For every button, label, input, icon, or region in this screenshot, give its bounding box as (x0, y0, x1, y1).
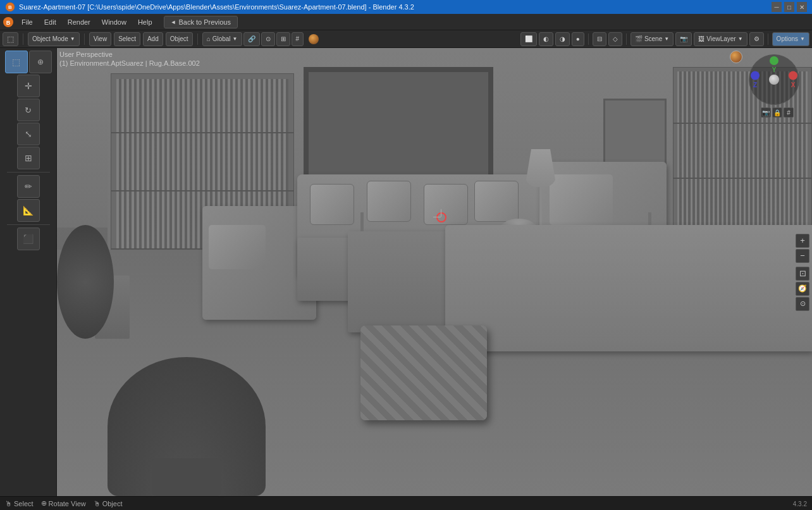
wire-shading-icon: ⬜ (525, 35, 532, 42)
sofa-large-right (445, 225, 812, 351)
overlays-icon: ⊟ (597, 35, 602, 42)
fly-navigate-button[interactable]: 🧭 (796, 282, 809, 296)
viewport-shading-3[interactable]: ◑ (555, 32, 570, 46)
rotate-tool[interactable]: ↻ (17, 99, 40, 121)
back-to-previous-button[interactable]: ◄ Back to Previous (164, 16, 238, 28)
version-area: 4.3.2 (793, 500, 807, 507)
3d-cursor (436, 212, 446, 222)
plant-pot (152, 458, 221, 496)
status-rotate: ⊕ Rotate View (41, 499, 86, 507)
object-label: Object (170, 35, 188, 42)
menu-file[interactable]: File (16, 17, 38, 27)
middle-mouse-icon: ⊕ (41, 499, 47, 507)
gizmo-camera-button[interactable]: 📷 (761, 107, 771, 118)
title-text: Suarez-Apartment-07 [C:\Users\spide\OneD… (19, 3, 414, 11)
viewport-shading-2[interactable]: ◐ (539, 32, 553, 46)
global-label: Global (212, 35, 231, 42)
transform-icon-btn: ⊞ (25, 153, 32, 163)
header-right-group: ⬜ ◐ ◑ ● ⊟ ◇ 🎬 Scene ▼ 📷 🖼 ViewLayer (520, 32, 809, 46)
proportional-editing-button[interactable]: ⊙ (261, 32, 275, 46)
minimize-button[interactable]: ─ (772, 2, 782, 12)
viewlayer-settings-icon-btn[interactable]: ⚙ (749, 32, 764, 46)
scene-dropdown[interactable]: 🎬 Scene ▼ (631, 32, 674, 46)
gizmo-grid-button[interactable]: # (784, 107, 794, 118)
select-box-tool[interactable]: ⬚ (5, 51, 28, 73)
global-chevron-icon: ▼ (233, 36, 238, 42)
editor-type-button[interactable]: ⬚ (3, 32, 18, 46)
navigation-gizmo[interactable]: X Y Z 📷 (749, 54, 806, 111)
scale-tool[interactable]: ⤡ (17, 123, 40, 145)
viewlayer-name-label: ViewLayer (706, 35, 736, 42)
cursor-tool[interactable]: ⊕ (29, 51, 52, 73)
overlays-button[interactable]: ⊟ (593, 32, 606, 46)
menu-help[interactable]: Help (133, 17, 157, 27)
add-cube-icon: ⬛ (23, 234, 34, 244)
viewlayer-dropdown[interactable]: 🖼 ViewLayer ▼ (694, 32, 747, 46)
menu-render[interactable]: Render (63, 17, 95, 27)
status-select-label: Select (14, 500, 34, 507)
separator-1 (23, 33, 23, 45)
xray-icon: ◇ (613, 35, 618, 42)
scene-name-label: Scene (644, 35, 662, 42)
measure-tool[interactable]: 📐 (17, 199, 40, 222)
cursor-icon-btn: ⊕ (37, 58, 44, 66)
scene-icon: 🎬 (635, 35, 643, 42)
status-object: 🖱 Object (94, 500, 123, 507)
shelf-row-2 (111, 190, 293, 191)
xray-button[interactable]: ◇ (608, 32, 622, 46)
measure-icon: 📐 (23, 205, 34, 216)
rotate-icon: ↻ (25, 106, 32, 115)
render-preview-button[interactable]: ⊙ (796, 297, 809, 311)
menu-bar: B File Edit Render Window Help ◄ Back to… (0, 14, 812, 30)
gizmo-circle: X Y Z (749, 54, 799, 105)
svg-text:B: B (6, 20, 11, 26)
zoom-in-button[interactable]: + (796, 234, 809, 248)
add-cube-tool[interactable]: ⬛ (17, 228, 40, 250)
viewport-shading-1[interactable]: ⬜ (520, 32, 537, 46)
scene-chevron-icon: ▼ (664, 36, 669, 42)
grid-button[interactable]: # (292, 32, 304, 46)
app-icon: B (3, 16, 14, 28)
object-menu-button[interactable]: Object (166, 32, 193, 46)
zoom-out-button[interactable]: − (796, 249, 809, 263)
menu-edit[interactable]: Edit (39, 17, 61, 27)
viewport-shading-4[interactable]: ● (572, 32, 584, 46)
lamp-shade (525, 149, 557, 187)
window-controls: ─ □ ✕ (772, 2, 807, 12)
view-toggle-button[interactable]: ⊞ (276, 32, 290, 46)
gizmo-z-axis: Z (751, 71, 760, 88)
annotate-tool[interactable]: ✏ (17, 175, 40, 198)
editor-type-icon: ⬚ (7, 35, 14, 44)
view-all-button[interactable]: ⊡ (796, 267, 809, 281)
gizmo-lock-button[interactable]: 🔒 (772, 107, 782, 118)
transform-orientations-button[interactable]: ⌂ Global ▼ (202, 32, 242, 46)
close-button[interactable]: ✕ (797, 2, 807, 12)
view-menu-button[interactable]: View (89, 32, 112, 46)
options-label: Options (777, 35, 798, 42)
transform-tool[interactable]: ⊞ (17, 147, 40, 169)
sofa-cushion-4 (474, 181, 519, 222)
maximize-button[interactable]: □ (784, 2, 794, 12)
menu-window[interactable]: Window (97, 17, 132, 27)
scene-camera-icon-btn[interactable]: 📷 (675, 32, 692, 46)
separator-3 (197, 33, 198, 45)
object-mode-label: Object Mode (32, 35, 68, 42)
select-box-icon: ⬚ (12, 57, 20, 67)
editor-type-group: ⬚ (3, 32, 18, 46)
status-rotate-label: Rotate View (49, 500, 86, 507)
add-menu-button[interactable]: Add (143, 32, 163, 46)
scale-icon: ⤡ (25, 129, 32, 139)
options-button[interactable]: Options ▼ (772, 32, 809, 46)
solid-shading-icon: ◐ (543, 35, 549, 42)
select-menu-button[interactable]: Select (114, 32, 140, 46)
scene-orb-button[interactable] (730, 51, 744, 64)
status-bar: 🖱 Select ⊕ Rotate View 🖱 Object 4.3.2 (0, 496, 812, 510)
separator-right-3 (768, 33, 768, 45)
move-tool[interactable]: ✛ (17, 75, 40, 97)
camera-icon: 📷 (680, 35, 687, 42)
scene-orb-icon (730, 51, 742, 63)
object-mode-dropdown[interactable]: Object Mode ▼ (28, 32, 80, 46)
snap-button[interactable]: 🔗 (243, 32, 260, 46)
scene-canvas: User Perspective (1) Environment.AptSuar… (57, 48, 812, 496)
viewport[interactable]: User Perspective (1) Environment.AptSuar… (57, 48, 812, 496)
